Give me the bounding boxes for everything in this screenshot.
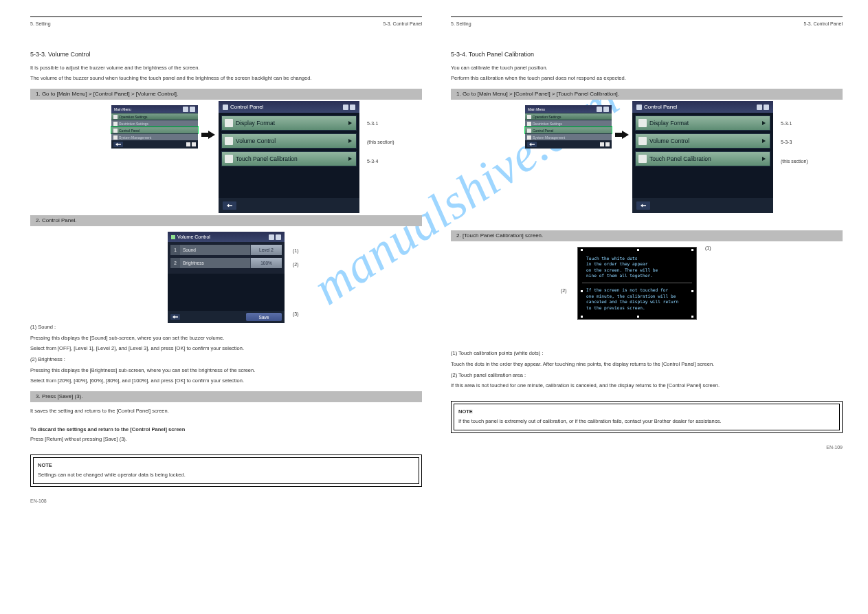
menu-item-label: Operation Settings bbox=[533, 115, 561, 119]
tool-icon[interactable] bbox=[600, 142, 604, 146]
gear-icon bbox=[527, 115, 531, 119]
help-icon[interactable] bbox=[605, 142, 610, 146]
system-icon bbox=[527, 135, 531, 140]
brightness-value-button[interactable]: 100% bbox=[250, 258, 282, 268]
brightness-desc-head: (2) Brightness : bbox=[30, 356, 422, 364]
system-icon bbox=[113, 135, 118, 140]
gear-icon[interactable] bbox=[350, 105, 355, 110]
note-box: NOTE Settings can not be changed while o… bbox=[30, 454, 422, 487]
back-button[interactable] bbox=[170, 314, 180, 320]
menu-item-system-management[interactable]: System Management bbox=[525, 133, 612, 140]
menu-item-label: Control Panel bbox=[533, 129, 553, 133]
gear-icon[interactable] bbox=[603, 107, 609, 112]
intro-line-1: You can calibrate the touch panel positi… bbox=[451, 65, 843, 72]
sound-desc: Pressing this displays the [Sound] sub-s… bbox=[30, 334, 422, 342]
menu-item-control-panel[interactable]: Control Panel bbox=[111, 127, 198, 133]
step1-bar: 1. Go to [Main Menu] > [Control Panel] >… bbox=[451, 89, 843, 100]
back-button[interactable] bbox=[113, 142, 123, 147]
calibration-message-1: Touch the white dots in the order they a… bbox=[578, 252, 696, 283]
calibration-dot[interactable] bbox=[581, 316, 583, 318]
back-button[interactable] bbox=[223, 201, 236, 210]
note-text: If the touch panel is extremely out of c… bbox=[458, 418, 835, 426]
gear-icon[interactable] bbox=[276, 234, 281, 240]
cp-item-volume-control[interactable]: Volume Control bbox=[635, 133, 770, 149]
calibration-dot[interactable] bbox=[691, 316, 693, 318]
calibration-screen[interactable]: Touch the white dots in the order they a… bbox=[577, 247, 697, 320]
menu-item-restriction-settings[interactable]: Restriction Settings bbox=[525, 120, 612, 127]
calibration-dot[interactable] bbox=[637, 316, 639, 318]
menu-item-control-panel[interactable]: Control Panel bbox=[525, 127, 612, 133]
control-panel: Control Panel Display Format Volume Cont… bbox=[219, 101, 359, 213]
cp-item-label: Volume Control bbox=[236, 138, 276, 144]
cp-item-touch-calibration[interactable]: Touch Panel Calibration bbox=[635, 151, 770, 166]
calibration-dot[interactable] bbox=[581, 290, 583, 292]
calibration-dot[interactable] bbox=[637, 249, 639, 251]
menu-item-label: Restriction Settings bbox=[533, 122, 562, 126]
callout-2: (2) bbox=[561, 288, 567, 293]
speaker-icon bbox=[171, 235, 175, 239]
speaker-icon bbox=[225, 137, 233, 145]
calibration-dot[interactable] bbox=[581, 249, 583, 251]
gear-icon[interactable] bbox=[190, 107, 195, 112]
back-button[interactable] bbox=[527, 142, 537, 147]
home-icon[interactable] bbox=[269, 234, 274, 240]
page-number: EN-109 bbox=[826, 445, 843, 450]
menu-item-label: System Management bbox=[119, 135, 151, 140]
cp-item-label: Touch Panel Calibration bbox=[649, 155, 711, 162]
calib-desc-head: (1) Touch calibration points (white dots… bbox=[451, 350, 843, 358]
speaker-icon bbox=[638, 137, 647, 145]
control-panel: Control Panel Display Format Volume Cont… bbox=[632, 101, 773, 213]
calibration-dot[interactable] bbox=[691, 290, 693, 292]
abort-head: To discard the settings and return to th… bbox=[30, 426, 422, 434]
menu-item-system-management[interactable]: System Management bbox=[111, 133, 198, 140]
cp-item-display-format[interactable]: Display Format bbox=[221, 116, 357, 131]
home-icon[interactable] bbox=[757, 105, 762, 110]
brightness-desc: Pressing this displays the [Brightness] … bbox=[30, 366, 422, 374]
vc-row-sound: 1 Sound Level 2 bbox=[170, 245, 282, 255]
step2-bar: 2. Control Panel. bbox=[30, 215, 422, 226]
sound-value-button[interactable]: Level 2 bbox=[250, 245, 282, 255]
intro-line-2: Perform this calibration when the touch … bbox=[451, 75, 843, 83]
step3-bar: 3. Press [Save] (3). bbox=[30, 391, 422, 402]
right-page: 5. Setting 5-3. Control Panel 5-3-4. Tou… bbox=[451, 17, 843, 433]
menu-item-operation-settings[interactable]: Operation Settings bbox=[525, 113, 612, 120]
menu-item-operation-settings[interactable]: Operation Settings bbox=[111, 113, 198, 120]
callout-display-format: 5-3-1 bbox=[781, 121, 792, 126]
gear-icon[interactable] bbox=[764, 105, 769, 110]
home-icon[interactable] bbox=[183, 107, 188, 112]
brightness-desc-b: Select from [20%], [40%], [60%], [80%], … bbox=[30, 377, 422, 384]
note-text: Settings can not be changed while operat… bbox=[38, 472, 414, 479]
tool-icon[interactable] bbox=[186, 142, 190, 146]
calib-desc2-head: (2) Touch panel calibration area : bbox=[451, 372, 843, 380]
save-button[interactable]: Save bbox=[246, 313, 282, 321]
chapter-label: 5. Setting bbox=[451, 21, 804, 26]
back-button[interactable] bbox=[636, 201, 650, 210]
cp-item-volume-control[interactable]: Volume Control bbox=[221, 133, 357, 149]
sound-desc-head: (1) Sound : bbox=[30, 324, 422, 331]
callout-3: (3) bbox=[293, 311, 299, 316]
callout-volume-control: 5-3-3 bbox=[781, 140, 792, 144]
menu-item-restriction-settings[interactable]: Restriction Settings bbox=[111, 120, 198, 127]
arrow-icon bbox=[614, 130, 630, 140]
volume-control-panel: Volume Control 1 Sound Level 2 2 Brightn… bbox=[168, 232, 285, 323]
step1-bar: 1. Go to [Main Menu] > [Control Panel] >… bbox=[30, 89, 422, 100]
volume-control-title: Volume Control bbox=[177, 234, 210, 239]
home-icon[interactable] bbox=[343, 105, 348, 110]
step2-bar: 2. [Touch Panel Calibration] screen. bbox=[451, 230, 843, 241]
page-number: EN-108 bbox=[30, 498, 47, 503]
cp-item-label: Volume Control bbox=[649, 138, 689, 144]
panel-icon bbox=[527, 129, 531, 133]
calibration-dot[interactable] bbox=[691, 249, 693, 251]
help-icon[interactable] bbox=[192, 142, 196, 146]
main-menu-title: Main Menu bbox=[528, 107, 545, 111]
abort-text: Press [Return] without pressing [Save] (… bbox=[30, 436, 422, 443]
note-title: NOTE bbox=[38, 462, 414, 470]
row-number: 1 bbox=[170, 245, 180, 255]
lock-icon bbox=[527, 122, 531, 126]
control-panel-title: Control Panel bbox=[644, 104, 677, 110]
cp-item-touch-calibration[interactable]: Touch Panel Calibration bbox=[221, 151, 357, 166]
arrow-icon bbox=[201, 130, 216, 140]
panel-icon bbox=[223, 105, 228, 110]
home-icon[interactable] bbox=[597, 107, 602, 112]
cp-item-display-format[interactable]: Display Format bbox=[635, 116, 770, 131]
